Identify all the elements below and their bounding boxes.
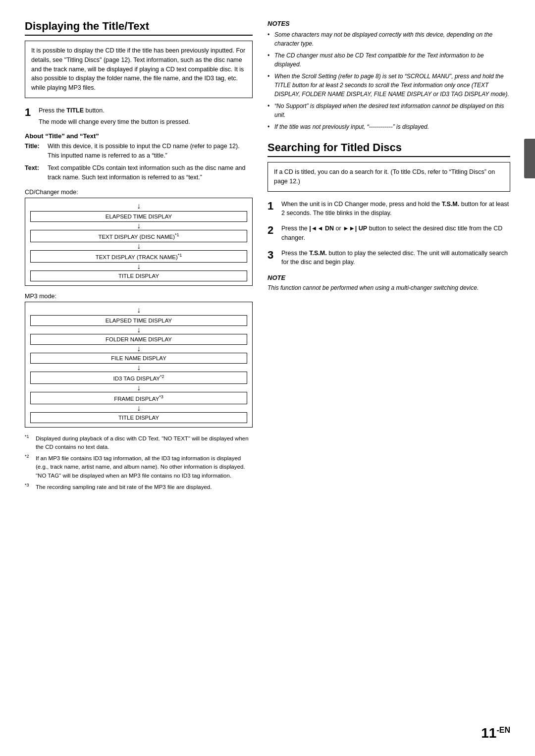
mp3-diagram: ↓ ELAPSED TIME DISPLAY ↓ FOLDER NAME DIS…	[25, 302, 253, 428]
fn-text-1: Displayed during playback of a disc with…	[36, 434, 253, 452]
footnotes: *1 Displayed during playback of a disc w…	[25, 434, 253, 492]
search-step2: 2 Press the |◄◄ DN or ►►| UP button to s…	[268, 224, 510, 245]
search-step2-btn2: ►►| UP	[343, 225, 367, 232]
search-step2-content: Press the |◄◄ DN or ►►| UP button to sel…	[281, 224, 510, 245]
search-step3-bold: T.S.M.	[309, 250, 326, 257]
notes-list: Some characters may not be displayed cor…	[268, 30, 510, 131]
fn-mark-3: *3	[25, 482, 36, 490]
single-note-text: This function cannot be performed when u…	[268, 283, 510, 292]
step1-bold: TITLE	[66, 107, 84, 114]
search-intro: If a CD is titled, you can do a search f…	[268, 162, 510, 192]
text-term: Text:	[25, 163, 46, 173]
single-note-heading: NOTE	[268, 274, 510, 281]
cd-diagram-label: CD/Changer mode:	[25, 189, 253, 196]
single-note: NOTE This function cannot be performed w…	[268, 274, 510, 292]
text-desc: Text compatible CDs contain text informa…	[48, 163, 253, 182]
step1-rest: button.	[84, 107, 105, 114]
page-number: 11-EN	[481, 725, 510, 741]
note-item-5: If the title was not previously input, “…	[268, 122, 510, 131]
mp3-row-5: FRAME DISPLAY*3	[30, 392, 247, 404]
note-item-3: When the Scroll Setting (refer to page 8…	[268, 72, 510, 99]
search-step2-or: or	[334, 225, 343, 232]
cd-arrow-top: ↓	[137, 202, 141, 210]
mp3-row-3: FILE NAME DISPLAY	[30, 353, 247, 364]
step1-sub: The mode will change every time the butt…	[39, 117, 253, 127]
title-def: Title: With this device, it is possible …	[25, 142, 253, 161]
cd-arrow-1: ↓	[137, 222, 141, 230]
search-step3: 3 Press the T.S.M. button to play the se…	[268, 249, 510, 270]
search-step1-number: 1	[268, 200, 281, 213]
mp3-arrow-2: ↓	[137, 345, 141, 353]
mp3-arrow-1: ↓	[137, 326, 141, 334]
mp3-arrow-4: ↓	[137, 384, 141, 392]
mp3-row-4: ID3 TAG DISPLAY*2	[30, 372, 247, 384]
fn-text-3: The recording sampling rate and bit rate…	[36, 483, 253, 491]
cd-arrow-2: ↓	[137, 242, 141, 250]
section1-title: Displaying the Title/Text	[25, 20, 253, 36]
search-step2-btn1: |◄◄ DN	[309, 225, 334, 232]
search-step3-content: Press the T.S.M. button to play the sele…	[281, 249, 510, 270]
cd-row-4: TITLE DISPLAY	[30, 270, 247, 281]
search-step1: 1 When the unit is in CD Changer mode, p…	[268, 200, 510, 220]
step1-content: Press the TITLE button. The mode will ch…	[39, 106, 253, 129]
right-column: NOTES Some characters may not be display…	[268, 20, 510, 726]
note-item-2: The CD changer must also be CD Text comp…	[268, 51, 510, 69]
cd-arrow-3: ↓	[137, 263, 141, 270]
mp3-arrow-5: ↓	[137, 404, 141, 412]
footnote-1: *1 Displayed during playback of a disc w…	[25, 434, 253, 452]
note-item-4: “No Support” is displayed when the desir…	[268, 102, 510, 119]
fn-mark-1: *1	[25, 433, 36, 442]
about-title-section: About “Title” and “Text” Title: With thi…	[25, 132, 253, 182]
footnote-2: *2 If an MP3 file contains ID3 tag infor…	[25, 454, 253, 480]
search-step1-bold: T.S.M.	[442, 201, 459, 208]
fn-mark-2: *2	[25, 453, 36, 462]
mp3-arrow-3: ↓	[137, 364, 141, 372]
page: Displaying the Title/Text It is possible…	[0, 0, 535, 756]
search-step3-number: 3	[268, 249, 281, 262]
cd-row-2: TEXT DISPLAY (DISC NAME)*1	[30, 230, 247, 242]
footnote-3: *3 The recording sampling rate and bit r…	[25, 483, 253, 491]
cd-diagram: ↓ ELAPSED TIME DISPLAY ↓ TEXT DISPLAY (D…	[25, 198, 253, 286]
search-step3-pre: Press the	[281, 250, 309, 257]
cd-row-3: TEXT DISPLAY (TRACK NAME)*1	[30, 250, 247, 263]
text-def: Text: Text compatible CDs contain text i…	[25, 163, 253, 182]
side-tab	[524, 139, 535, 178]
title-desc: With this device, it is possible to inpu…	[48, 142, 253, 161]
step1-number: 1	[25, 106, 39, 119]
section1-intro: It is possible to display the CD title i…	[25, 41, 253, 98]
left-column: Displaying the Title/Text It is possible…	[25, 20, 253, 726]
mp3-row-1: ELAPSED TIME DISPLAY	[30, 315, 247, 326]
search-step1-text: When the unit is in CD Changer mode, pre…	[281, 201, 442, 208]
note-item-1: Some characters may not be displayed cor…	[268, 30, 510, 48]
about-heading: About “Title” and “Text”	[25, 132, 253, 140]
mp3-diagram-label: MP3 mode:	[25, 293, 253, 300]
search-step1-content: When the unit is in CD Changer mode, pre…	[281, 200, 510, 220]
cd-row-1: ELAPSED TIME DISPLAY	[30, 211, 247, 222]
mp3-arrow-top: ↓	[137, 306, 141, 314]
search-step2-number: 2	[268, 224, 281, 237]
mp3-row-2: FOLDER NAME DISPLAY	[30, 334, 247, 345]
search-step2-pre: Press the	[281, 225, 309, 232]
notes-heading: NOTES	[268, 20, 510, 27]
title-term: Title:	[25, 142, 46, 151]
mp3-row-6: TITLE DISPLAY	[30, 412, 247, 423]
section2-title: Searching for Titled Discs	[268, 141, 510, 157]
step1: 1 Press the TITLE button. The mode will …	[25, 106, 253, 129]
fn-text-2: If an MP3 file contains ID3 tag informat…	[36, 454, 253, 480]
notes-box: NOTES Some characters may not be display…	[268, 20, 510, 131]
